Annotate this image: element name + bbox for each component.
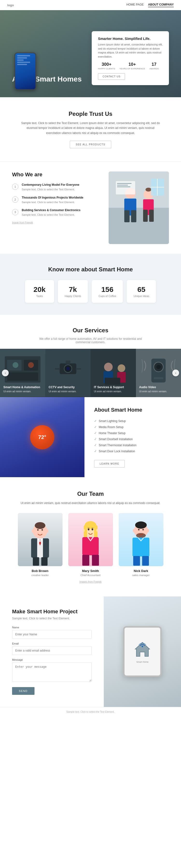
- svg-point-65: [83, 529, 85, 532]
- logo: logo: [7, 3, 14, 7]
- stat-clients-num: 300+: [98, 62, 115, 67]
- team-desc: Ut enim ad minim veniam, quis nostrud ex…: [21, 501, 160, 505]
- tablet-mockup: Smart Home: [123, 626, 162, 677]
- message-input[interactable]: [12, 662, 92, 682]
- svg-rect-70: [92, 555, 99, 566]
- email-input[interactable]: [12, 646, 92, 655]
- service-card-3-title: IT Services & Support: [94, 385, 133, 389]
- tablet-label: Smart Home: [136, 661, 149, 663]
- stat-experience: 10+ YEARS OF EXPERIENCE: [119, 62, 145, 70]
- svg-rect-12: [117, 183, 132, 184]
- who-photo: [109, 172, 169, 244]
- phone-bar: [17, 57, 27, 59]
- service-card-1-desc: Ut enim ad minim veniam.: [3, 390, 42, 393]
- who-num-2: 2: [12, 196, 19, 203]
- hero-card-body: Lorem ipsum dolor sit amet, consectetur …: [98, 42, 162, 59]
- contact-form-area: Make Smart Home Project Sample text. Cli…: [0, 596, 104, 707]
- who-item-3-desc: Sample text. Click to select the Text El…: [22, 213, 80, 217]
- stat-clients: 300+ HAPPY CLIENTS: [98, 62, 115, 70]
- hero-stats: 300+ HAPPY CLIENTS 10+ YEARS OF EXPERIEN…: [98, 62, 162, 70]
- team-photo-mary: [68, 513, 113, 566]
- who-item-1: 1 Contemporary Living Model For Everyone…: [12, 183, 99, 191]
- thermostat-display: 72°: [30, 425, 54, 450]
- contact-btn[interactable]: CONTACT US: [98, 73, 125, 80]
- freepik-link-2[interactable]: Images from Freepik: [79, 581, 102, 583]
- who-item-2-text: Thousands Of Ingenious Projects Worldwid…: [22, 196, 83, 204]
- svg-point-51: [32, 529, 34, 533]
- service-card-3-content: IT Services & Support Ut enim ad minim v…: [90, 349, 136, 397]
- svg-rect-1: [109, 208, 169, 244]
- about-sh-content: About Smart Home ✓ Smart Lighting Setup …: [84, 397, 181, 477]
- svg-point-81: [142, 529, 144, 530]
- send-btn[interactable]: SEND: [12, 687, 35, 695]
- svg-rect-9: [143, 210, 148, 222]
- svg-rect-13: [117, 185, 128, 186]
- form-group-name: Name: [12, 626, 92, 639]
- know-clients-label: Happy Clients: [65, 294, 81, 298]
- about-sh-list: ✓ Smart Lighting Setup ✓ Media Room Setu…: [94, 418, 171, 454]
- who-item-3-title: Building Services & Consumer Electronics: [22, 209, 80, 212]
- svg-rect-56: [41, 557, 47, 566]
- who-left: Who We are 1 Contemporary Living Model F…: [12, 172, 99, 224]
- know-section: Know more about Smart Home 20k Tasks 7k …: [0, 254, 181, 315]
- form-group-email: Email: [12, 642, 92, 655]
- know-title: Know more about Smart Home: [12, 266, 169, 273]
- service-card-1-title: Smart Home & Automation: [3, 385, 42, 389]
- list-item-2-text: Media Room Setup: [99, 426, 123, 429]
- team-card-mary: Mary Smith Chief Accountant: [68, 513, 113, 577]
- footer-text: Sample text. Click to select the Text El…: [66, 711, 115, 713]
- learn-more-btn[interactable]: LEARN MORE: [94, 460, 125, 467]
- smart-home-icon: [133, 640, 152, 659]
- service-card-4-title: Audio Video: [139, 385, 178, 389]
- services-title: Our Services: [12, 327, 169, 334]
- svg-rect-14: [117, 186, 130, 187]
- see-all-products-btn[interactable]: SEE ALL PRODUCTS: [70, 141, 111, 148]
- who-image-caption: Image from Freepik: [12, 221, 99, 224]
- thermostat-value: 72°: [38, 434, 46, 440]
- team-caption: Images from Freepik: [12, 581, 169, 583]
- list-item-3-text: Home Theater Setup: [99, 431, 125, 435]
- trust-title: People Trust Us: [12, 111, 169, 117]
- stat-awards: 17 AWARDS: [149, 62, 159, 70]
- check-icon-2: ✓: [94, 425, 97, 429]
- freepik-link[interactable]: Image from Freepik: [12, 221, 33, 224]
- nav-about[interactable]: ABOUT COMPANY: [148, 3, 174, 7]
- slider-next-btn[interactable]: ›: [172, 370, 179, 376]
- check-icon-4: ✓: [94, 437, 97, 441]
- services-header: Our Services We offer a full range of ho…: [0, 315, 181, 349]
- know-card-clients: 7k Happy Clients: [58, 280, 88, 303]
- team-photo-bob: [18, 513, 63, 566]
- about-sh-image: 72°: [0, 397, 84, 477]
- svg-point-78: [133, 529, 135, 532]
- footer: Sample text. Click to select the Text El…: [0, 707, 181, 717]
- contact-section: Make Smart Home Project Sample text. Cli…: [0, 596, 181, 707]
- svg-point-46: [35, 522, 45, 529]
- message-label: Message: [12, 658, 92, 661]
- team-photo-mary-svg: [68, 513, 113, 566]
- svg-point-68: [92, 528, 93, 530]
- nav-home[interactable]: HOME PAGE: [126, 3, 144, 7]
- service-card-2: CCTV and Security Ut enim ad minim venia…: [45, 349, 91, 397]
- name-label: Name: [12, 626, 92, 629]
- who-title: Who We are: [12, 172, 99, 178]
- services-desc: We offer a full range of home automation…: [33, 337, 148, 344]
- about-sh-title: About Smart Home: [94, 407, 171, 413]
- team-cards: Bob Brown creative leader: [12, 513, 169, 577]
- list-item-1: ✓ Smart Lighting Setup: [94, 418, 171, 424]
- team-role-nick: sales manager: [119, 574, 164, 577]
- hero-card: Smarter Home. Simplified Life. Lorem ips…: [92, 31, 169, 85]
- know-clients-num: 7k: [65, 285, 81, 293]
- know-tasks-label: Tasks: [32, 294, 47, 298]
- svg-point-67: [87, 528, 89, 530]
- know-card-ideas: 65 Unique Ideas: [127, 280, 156, 303]
- know-tasks-num: 20k: [32, 285, 47, 293]
- list-item-3: ✓ Home Theater Setup: [94, 430, 171, 436]
- slider-prev-btn[interactable]: ‹: [2, 370, 9, 376]
- team-photo-bob-svg: [18, 513, 63, 566]
- name-input[interactable]: [12, 630, 92, 639]
- check-icon-6: ✓: [94, 450, 97, 453]
- know-ideas-label: Unique Ideas: [134, 294, 149, 298]
- svg-point-7: [146, 188, 151, 191]
- who-right: [109, 172, 169, 244]
- list-item-2: ✓ Media Room Setup: [94, 424, 171, 430]
